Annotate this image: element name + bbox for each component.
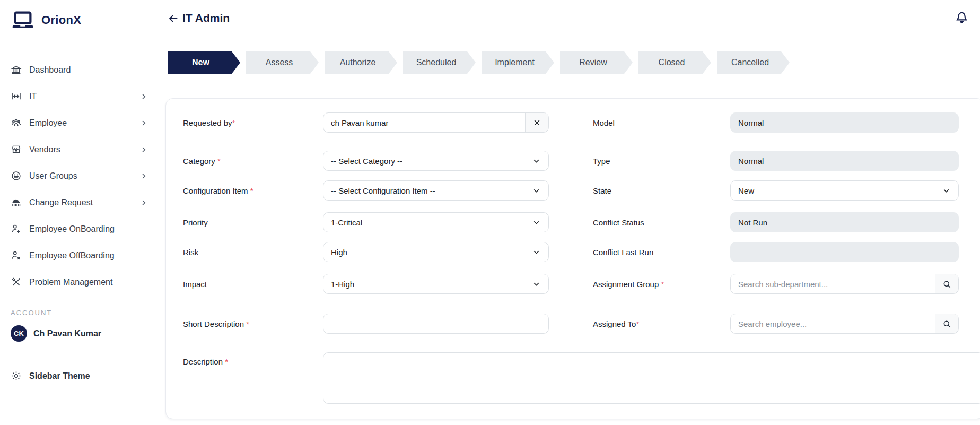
chevron-down-icon xyxy=(532,248,541,257)
sidebar-theme-label: Sidebar Theme xyxy=(29,371,90,381)
person-plus-icon xyxy=(11,223,22,235)
sidebar-item-vendors[interactable]: Vendors xyxy=(11,138,148,160)
user-name: Ch Pavan Kumar xyxy=(33,329,101,339)
storefront-icon xyxy=(11,144,22,155)
sidebar-item-label: IT xyxy=(29,92,37,101)
arrows-horizontal-icon xyxy=(11,91,22,102)
assigned-to-field xyxy=(730,314,959,334)
sidebar-item-label: Change Request xyxy=(29,198,93,207)
assignment-group-search-input[interactable] xyxy=(731,274,935,293)
chevron-right-icon xyxy=(139,198,148,207)
sidebar-item-label: Employee OffBoarding xyxy=(29,251,115,261)
workflow-step-scheduled[interactable]: Scheduled xyxy=(403,51,476,74)
type-label: Type xyxy=(549,157,730,166)
workflow-step-new[interactable]: New xyxy=(168,51,240,74)
chevron-right-icon xyxy=(139,145,148,154)
sidebar-item-problem-management[interactable]: Problem Management xyxy=(11,271,148,293)
workflow-step-review[interactable]: Review xyxy=(560,51,633,74)
bell-icon[interactable] xyxy=(955,11,969,25)
sidebar-item-label: Dashboard xyxy=(29,65,71,75)
workflow-step-closed[interactable]: Closed xyxy=(638,51,711,74)
assignment-group-field xyxy=(730,274,959,294)
chevron-right-icon xyxy=(139,172,148,180)
chevron-right-icon xyxy=(139,119,148,127)
risk-select[interactable]: High xyxy=(323,242,549,262)
model-field: Normal xyxy=(730,112,959,133)
conflict-last-run-field xyxy=(730,242,959,262)
avatar: CK xyxy=(11,325,27,342)
sidebar-nav: Dashboard IT Employee Vendors User Group… xyxy=(11,59,148,293)
chevron-down-icon xyxy=(532,186,541,195)
short-description-input[interactable] xyxy=(323,314,549,334)
face-group-icon xyxy=(11,170,22,181)
workflow-step-implement[interactable]: Implement xyxy=(482,51,554,74)
sidebar-item-change-request[interactable]: Change Request xyxy=(11,192,148,213)
brand: OrionX xyxy=(11,8,148,32)
short-description-label: Short Description * xyxy=(183,319,323,328)
account-section-label: ACCOUNT xyxy=(11,309,148,317)
sidebar-item-it[interactable]: IT xyxy=(11,85,148,107)
workflow-step-cancelled[interactable]: Cancelled xyxy=(717,51,790,74)
assignment-group-search-button[interactable] xyxy=(935,274,958,293)
priority-select[interactable]: 1-Critical xyxy=(323,212,549,232)
bank-filled-icon xyxy=(11,197,22,208)
chevron-right-icon xyxy=(139,92,148,101)
sidebar-item-employee-onboarding[interactable]: Employee OnBoarding xyxy=(11,218,148,240)
conflict-status-label: Conflict Status xyxy=(549,218,730,227)
person-x-icon xyxy=(11,250,22,261)
sidebar-item-label: User Groups xyxy=(29,171,77,181)
sidebar-item-employee-offboarding[interactable]: Employee OffBoarding xyxy=(11,245,148,266)
state-select[interactable]: New xyxy=(730,180,959,201)
laptop-logo-icon xyxy=(11,8,35,32)
conflict-status-field: Not Run xyxy=(730,212,959,232)
gear-icon xyxy=(11,370,22,381)
assigned-to-search-button[interactable] xyxy=(935,314,958,333)
description-label: Description * xyxy=(183,352,323,366)
configuration-item-label: Configuration Item * xyxy=(183,186,323,195)
assigned-to-search-input[interactable] xyxy=(731,314,935,333)
sidebar-item-user-groups[interactable]: User Groups xyxy=(11,165,148,187)
conflict-last-run-label: Conflict Last Run xyxy=(549,248,730,257)
requested-by-field xyxy=(323,112,549,133)
people-icon xyxy=(11,117,22,128)
impact-label: Impact xyxy=(183,280,323,289)
sidebar-item-employee[interactable]: Employee xyxy=(11,112,148,134)
chevron-down-icon xyxy=(532,280,541,289)
risk-label: Risk xyxy=(183,248,323,257)
configuration-item-select[interactable]: -- Select Configuration Item -- xyxy=(323,180,549,201)
workflow-steps: New Assess Authorize Scheduled Implement… xyxy=(168,51,790,74)
category-select[interactable]: -- Select Category -- xyxy=(323,151,549,171)
sidebar-item-label: Problem Management xyxy=(29,277,112,287)
sidebar-item-label: Vendors xyxy=(29,145,60,154)
account-user[interactable]: CK Ch Pavan Kumar xyxy=(11,325,148,342)
requested-by-clear-button[interactable] xyxy=(525,113,548,132)
priority-label: Priority xyxy=(183,218,323,227)
sidebar-item-label: Employee OnBoarding xyxy=(29,224,115,234)
chevron-down-icon xyxy=(532,157,541,166)
requested-by-label: Requested by* xyxy=(183,118,323,127)
chevron-down-icon xyxy=(532,218,541,227)
workflow-step-authorize[interactable]: Authorize xyxy=(325,51,397,74)
sidebar-theme-button[interactable]: Sidebar Theme xyxy=(11,370,148,381)
workflow-step-assess[interactable]: Assess xyxy=(246,51,319,74)
tools-icon xyxy=(11,276,22,288)
page-title: IT Admin xyxy=(182,12,230,24)
type-field: Normal xyxy=(730,151,959,171)
sidebar-item-label: Employee xyxy=(29,118,67,128)
sidebar: OrionX Dashboard IT Employee Vendors Use… xyxy=(0,0,159,425)
brand-name: OrionX xyxy=(41,13,81,27)
bank-icon xyxy=(11,64,22,75)
assigned-to-label: Assigned To* xyxy=(549,319,730,328)
chevron-down-icon xyxy=(942,186,951,195)
change-request-form: Requested by* Model Normal Category * --… xyxy=(165,98,980,419)
description-textarea[interactable] xyxy=(323,352,980,404)
requested-by-input[interactable] xyxy=(323,113,525,132)
impact-select[interactable]: 1-High xyxy=(323,274,549,294)
category-label: Category * xyxy=(183,157,323,166)
back-button[interactable] xyxy=(168,13,179,24)
model-label: Model xyxy=(549,118,730,127)
state-label: State xyxy=(549,186,730,195)
sidebar-item-dashboard[interactable]: Dashboard xyxy=(11,59,148,81)
assignment-group-label: Assignment Group * xyxy=(549,280,730,289)
